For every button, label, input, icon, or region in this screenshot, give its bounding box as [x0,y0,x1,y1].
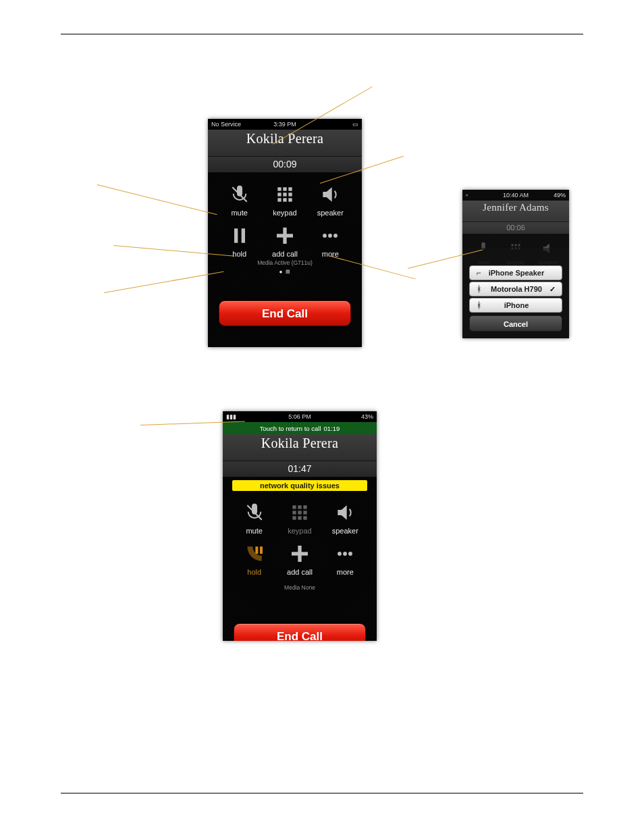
caller-name: Kokila Perera [208,131,362,147]
speaker-icon [331,500,359,525]
svg-rect-7 [277,198,281,201]
speaker-button[interactable]: speaker [326,500,365,535]
svg-rect-34 [260,546,263,554]
svg-point-37 [338,552,342,556]
keypad-icon [271,182,299,207]
route-iphone-speaker[interactable]: ⌐ iPhone Speaker [469,265,562,280]
check-icon: ✓ [549,282,558,296]
svg-rect-5 [283,192,286,196]
svg-rect-32 [303,516,306,519]
route-cancel-button[interactable]: Cancel [469,315,562,332]
status-bar: No Service 3:39 PM ▭ [208,119,362,130]
mute-icon [240,500,269,525]
phone-device-icon: ᚼ [474,298,483,313]
more-button[interactable]: more [311,224,350,258]
keypad-label: keypad [265,209,304,217]
caller-name-row: Kokila Perera [223,434,377,461]
caller-name-row: Kokila Perera [208,130,362,157]
add-call-label: add call [265,250,304,258]
svg-rect-27 [292,511,296,514]
network-quality-banner: network quality issues [232,480,367,491]
audio-route-list: ⌐ iPhone Speaker ᚼ Motorola H790 ✓ ᚼ iPh… [469,265,562,332]
svg-rect-33 [255,546,258,554]
add-call-button[interactable]: add call [280,542,319,576]
more-label: more [326,568,365,576]
add-call-button[interactable]: add call [265,224,304,258]
caller-name-row: Jennifer Adams [462,201,569,222]
annotation-line [97,184,217,215]
plus-icon [286,542,314,566]
svg-point-15 [328,234,332,238]
svg-rect-19 [518,244,520,246]
phone-call-screen-nqi: ▮▮▮ 5:06 PM 43% Touch to return to call … [223,411,377,641]
svg-rect-9 [288,198,292,201]
svg-rect-18 [515,244,517,246]
svg-rect-24 [292,505,296,509]
svg-rect-3 [288,187,292,190]
mute-label: mute [235,527,273,535]
keypad-icon [286,500,314,525]
more-button[interactable]: more [326,542,365,576]
call-button-grid: mute keypad speaker hold [223,491,377,579]
keypad-button[interactable]: keypad [265,182,304,217]
more-icon [331,542,359,566]
plus-icon [271,224,299,248]
mute-button[interactable]: mute [235,500,273,535]
speaker-button[interactable]: speaker [311,182,350,217]
status-time: 5:06 PM [223,413,377,420]
more-icon [316,224,344,248]
svg-rect-29 [303,511,306,514]
keypad-button[interactable]: keypad [280,500,319,535]
call-timer: 00:09 [208,157,362,173]
hold-icon [225,224,254,248]
hold-icon [240,542,269,566]
speaker-label: speaker [326,527,365,535]
svg-rect-2 [283,187,286,190]
keypad-label: keypad [280,527,319,535]
svg-rect-26 [303,505,306,509]
svg-rect-13 [277,234,293,237]
mute-icon [225,182,254,207]
svg-rect-8 [283,198,286,201]
end-call-button[interactable]: End Call [234,623,366,641]
phone-audio-route-screen: ▫ 10:40 AM 49% Jennifer Adams 00:06 mute… [462,190,569,338]
call-button-grid: mute keypad speaker hold [208,173,362,261]
return-timer: 01:19 [324,425,340,432]
svg-rect-11 [241,228,244,242]
speaker-label: speaker [311,209,350,217]
return-label: Touch to return to call [260,425,321,432]
add-call-label: add call [280,568,319,576]
svg-rect-1 [277,187,281,190]
svg-point-16 [333,234,338,238]
route-bluetooth[interactable]: ᚼ Motorola H790 ✓ [469,282,562,296]
svg-rect-28 [298,511,301,514]
mute-button[interactable]: mute [220,182,259,217]
hold-button[interactable]: hold [220,224,259,258]
svg-rect-6 [288,192,292,196]
return-to-call-bar[interactable]: Touch to return to call 01:19 [223,422,377,434]
bluetooth-icon: ᚼ [474,282,483,296]
annotation-line [104,271,223,293]
speaker-device-icon: ⌐ [474,265,483,280]
page-dots: ● ⊞ [208,266,362,276]
status-time: 10:40 AM [462,192,569,199]
svg-point-14 [323,234,327,238]
status-time: 3:39 PM [208,121,362,128]
svg-point-39 [348,552,352,556]
status-bar: ▫ 10:40 AM 49% [462,190,569,201]
svg-rect-17 [512,244,514,246]
end-call-button[interactable]: End Call [219,301,351,326]
route-iphone[interactable]: ᚼ iPhone [469,298,562,313]
call-timer: 01:47 [223,461,377,477]
svg-rect-30 [292,516,296,519]
phone-call-screen: No Service 3:39 PM ▭ Kokila Perera 00:09… [208,119,362,347]
media-status: Media None [223,584,377,591]
svg-rect-4 [277,192,281,196]
hold-label: hold [235,568,273,576]
svg-rect-36 [292,552,308,555]
svg-rect-31 [298,516,301,519]
speaker-icon [316,182,344,207]
media-status: Media Active (G711u) [208,259,362,266]
mute-label: mute [220,209,259,217]
hold-button[interactable]: hold [235,542,273,576]
